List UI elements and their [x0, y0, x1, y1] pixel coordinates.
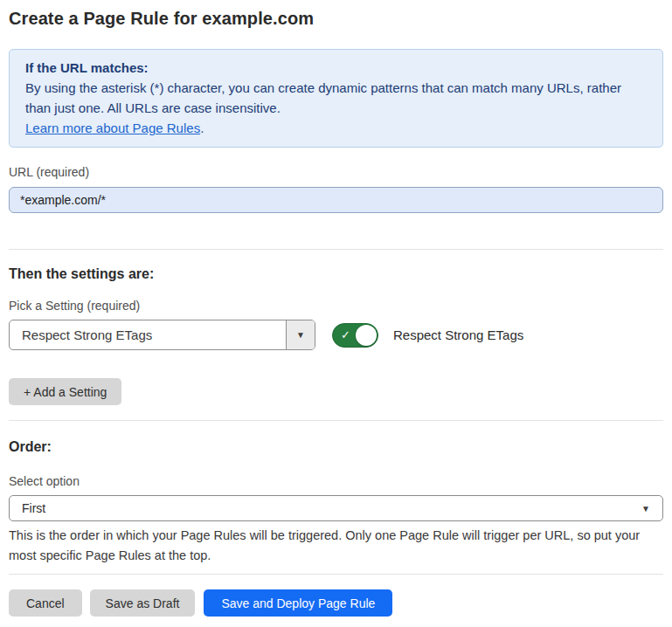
- section-divider: [9, 574, 663, 575]
- order-section-heading: Order:: [9, 438, 663, 455]
- order-help-text: This is the order in which your Page Rul…: [9, 526, 660, 566]
- setting-row: Respect Strong ETags ▼ ✓ Respect Strong …: [9, 320, 663, 350]
- link-suffix: .: [200, 121, 204, 135]
- chevron-down-icon[interactable]: ▼: [286, 320, 315, 349]
- setting-select[interactable]: Respect Strong ETags ▼: [9, 320, 315, 350]
- save-deploy-button[interactable]: Save and Deploy Page Rule: [204, 589, 392, 617]
- toggle-knob: [356, 325, 377, 346]
- order-select-value: First: [22, 501, 641, 515]
- actions-row: Cancel Save as Draft Save and Deploy Pag…: [9, 589, 663, 617]
- url-match-info-box: If the URL matches: By using the asteris…: [9, 49, 663, 148]
- save-draft-button[interactable]: Save as Draft: [90, 589, 196, 617]
- info-box-link-line: Learn more about Page Rules.: [25, 118, 647, 138]
- setting-toggle[interactable]: ✓: [332, 323, 378, 348]
- order-select-label: Select option: [9, 474, 663, 488]
- setting-select-value: Respect Strong ETags: [10, 320, 286, 349]
- page-rule-form: Create a Page Rule for example.com If th…: [0, 8, 672, 617]
- cancel-button[interactable]: Cancel: [9, 589, 82, 617]
- page-title: Create a Page Rule for example.com: [9, 8, 663, 29]
- order-select[interactable]: First ▼: [9, 495, 663, 521]
- toggle-label: Respect Strong ETags: [393, 327, 523, 342]
- section-divider: [9, 420, 663, 421]
- pick-setting-label: Pick a Setting (required): [9, 299, 663, 313]
- learn-more-link[interactable]: Learn more about Page Rules: [25, 121, 200, 135]
- settings-section-heading: Then the settings are:: [9, 265, 663, 282]
- check-icon: ✓: [341, 329, 350, 341]
- info-box-body: By using the asterisk (*) character, you…: [25, 78, 647, 118]
- add-setting-button[interactable]: + Add a Setting: [9, 378, 121, 405]
- info-box-heading: If the URL matches:: [25, 58, 647, 78]
- section-divider: [9, 249, 663, 250]
- url-field-label: URL (required): [9, 165, 663, 179]
- chevron-down-icon: ▼: [641, 504, 650, 513]
- url-input[interactable]: [9, 187, 663, 213]
